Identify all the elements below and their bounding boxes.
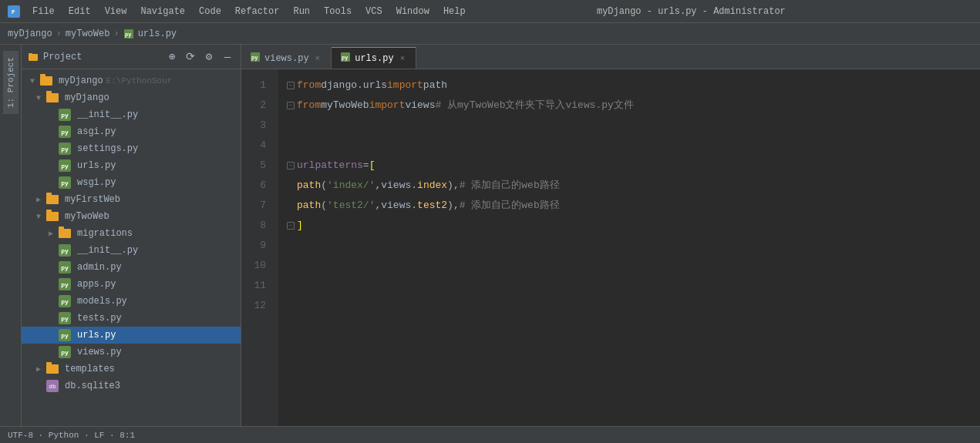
line-number: 9 — [241, 236, 272, 256]
folder-icon — [46, 212, 59, 221]
collapse-button[interactable]: — — [221, 50, 234, 64]
tree-item[interactable]: pyasgi.py — [22, 123, 241, 140]
tree-item[interactable]: dbdb.sqlite3 — [22, 378, 241, 394]
code-line — [285, 296, 980, 316]
menu-view[interactable]: View — [99, 5, 133, 18]
tree-arrow-icon[interactable]: ▶ — [34, 195, 43, 204]
tab-label: views.py — [264, 53, 309, 64]
tree-arrow-icon[interactable]: ▼ — [28, 76, 37, 86]
menu-code[interactable]: Code — [193, 5, 227, 18]
line-number: 7 — [241, 196, 272, 216]
tree-item[interactable]: pyurls.py — [22, 327, 241, 344]
folder-icon — [46, 93, 59, 102]
editor-tab-urls-py[interactable]: pyurls.py× — [332, 47, 416, 69]
project-panel-tab[interactable]: 1: Project — [3, 51, 19, 114]
fold-gutter: − — [285, 82, 297, 89]
tree-item-label: db.sqlite3 — [65, 381, 120, 391]
code-token: # 添加自己的web路径 — [460, 178, 560, 194]
menu-run[interactable]: Run — [287, 5, 316, 18]
tree-item[interactable]: pywsgi.py — [22, 174, 241, 191]
code-token: index — [417, 178, 447, 194]
tree-item-extra: E:\PythonSour — [106, 76, 173, 86]
breadcrumb-item-1[interactable]: myDjango — [8, 29, 52, 39]
tab-close-button[interactable]: × — [314, 54, 322, 63]
tree-arrow-icon[interactable]: ▶ — [46, 229, 56, 238]
tree-item-label: myTwoWeb — [65, 211, 109, 222]
tab-label: urls.py — [355, 53, 393, 64]
menu-refactor[interactable]: Refactor — [229, 5, 286, 18]
settings-button[interactable]: ⚙ — [202, 50, 216, 64]
line-number: 4 — [241, 136, 272, 156]
code-line — [285, 236, 980, 256]
code-line: −from myTwoWeb import views # 从myTwoWeb文… — [285, 96, 980, 116]
db-file-icon: db — [46, 380, 59, 392]
menu-tools[interactable]: Tools — [318, 5, 358, 18]
tree-item[interactable]: pyadmin.py — [22, 259, 241, 276]
svg-text:py: py — [251, 55, 258, 61]
tree-arrow-icon[interactable]: ▼ — [34, 93, 43, 102]
line-number: 11 — [241, 276, 272, 296]
scroll-from-source-button[interactable]: ⟳ — [184, 50, 197, 64]
code-token: ), — [447, 198, 460, 214]
py-file-icon: py — [59, 126, 71, 138]
tree-item[interactable]: ▶migrations — [22, 225, 241, 242]
py-file-icon: py — [59, 159, 71, 172]
tree-item-label: views.py — [77, 347, 122, 357]
py-file-icon: py — [59, 278, 71, 290]
fold-icon[interactable]: − — [287, 102, 295, 109]
status-text: UTF-8 · Python · LF · 8:1 — [8, 431, 135, 440]
fold-icon[interactable]: − — [287, 222, 295, 230]
menu-help[interactable]: Help — [437, 5, 472, 18]
code-token: myTwoWeb — [321, 98, 369, 114]
code-content[interactable]: −from django.urls import path−from myTwo… — [278, 69, 980, 426]
menu-window[interactable]: Window — [390, 5, 436, 18]
tree-item[interactable]: pysettings.py — [22, 140, 241, 157]
py-file-icon: py — [59, 346, 71, 358]
tab-bar: pyviews.py×pyurls.py× — [241, 45, 980, 69]
code-token: views — [381, 178, 411, 194]
py-file-icon: py — [59, 176, 71, 189]
code-token: = — [363, 158, 369, 174]
fold-gutter: − — [285, 162, 297, 169]
tree-item[interactable]: pyviews.py — [22, 344, 241, 361]
menu-vcs[interactable]: VCS — [359, 5, 389, 18]
code-token: # 添加自己的web路径 — [460, 198, 560, 214]
tree-item[interactable]: pymodels.py — [22, 293, 241, 310]
tree-item[interactable]: pyapps.py — [22, 276, 241, 293]
line-number: 8 — [241, 216, 272, 236]
code-line — [285, 116, 980, 136]
line-number: 2 — [241, 96, 272, 116]
tree-item[interactable]: ▼myTwoWeb — [22, 208, 241, 225]
menu-navigate[interactable]: Navigate — [134, 5, 191, 18]
tree-item-label: templates — [65, 364, 115, 374]
code-token: path — [297, 178, 321, 194]
svg-text:P: P — [12, 9, 15, 15]
tab-close-button[interactable]: × — [399, 54, 407, 63]
tree-item[interactable]: ▼myDjango — [22, 89, 241, 106]
title-bar: P FileEditViewNavigateCodeRefactorRunToo… — [0, 0, 980, 23]
tree-item[interactable]: py__init__.py — [22, 242, 241, 259]
menu-file[interactable]: File — [26, 5, 61, 18]
project-sidebar: Project ⊕ ⟳ ⚙ — ▼myDjango E:\PythonSour▼… — [22, 45, 241, 426]
tree-arrow-icon[interactable]: ▶ — [34, 364, 43, 374]
breadcrumb-item-2[interactable]: myTwoWeb — [66, 29, 110, 39]
tree-item[interactable]: pytests.py — [22, 310, 241, 327]
tree-item-label: __init__.py — [77, 245, 138, 256]
tree-item[interactable]: ▶templates — [22, 361, 241, 378]
add-content-button[interactable]: ⊕ — [165, 50, 179, 64]
code-editor: 123456789101112 −from django.urls import… — [241, 69, 980, 426]
code-token: views — [405, 98, 435, 114]
breadcrumb-item-3[interactable]: urls.py — [138, 29, 177, 39]
fold-icon[interactable]: − — [287, 162, 295, 169]
tree-item[interactable]: ▶myFirstWeb — [22, 191, 241, 208]
code-token: , — [375, 198, 381, 214]
tree-item[interactable]: ▼myDjango E:\PythonSour — [22, 72, 241, 89]
tree-item[interactable]: py__init__.py — [22, 106, 241, 123]
editor-tab-views-py[interactable]: pyviews.py× — [241, 47, 332, 69]
code-token: , — [375, 178, 381, 194]
menu-edit[interactable]: Edit — [62, 5, 97, 18]
tree-arrow-icon[interactable]: ▼ — [34, 212, 43, 221]
tree-item[interactable]: pyurls.py — [22, 157, 241, 174]
fold-icon[interactable]: − — [287, 82, 295, 89]
tree-item-label: models.py — [77, 296, 127, 307]
